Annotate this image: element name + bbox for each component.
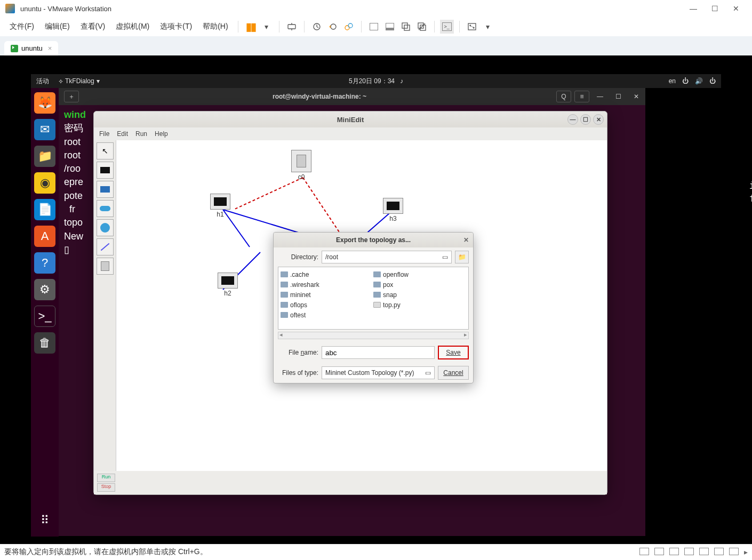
volume-icon[interactable]: 🔊	[695, 77, 703, 85]
cancel-button[interactable]: Cancel	[438, 366, 469, 380]
send-cad-icon[interactable]	[285, 20, 299, 34]
file-item[interactable]: oftest	[281, 310, 373, 320]
terminal-minimize[interactable]: —	[593, 91, 607, 102]
dock-help[interactable]: ?	[34, 252, 55, 274]
console-icon[interactable]: >_	[440, 20, 454, 34]
dropdown-icon-2[interactable]: ▾	[481, 20, 495, 34]
menu-tabs[interactable]: 选项卡(T)	[156, 20, 196, 34]
dock-rhythmbox[interactable]: ◉	[34, 172, 55, 194]
terminal-menu-button[interactable]: ≡	[574, 91, 589, 102]
node-h1[interactable]: h1	[210, 194, 230, 218]
maximize-button[interactable]: ☐	[704, 4, 725, 13]
snapshot-icon[interactable]	[310, 20, 324, 34]
file-list-scrollbar[interactable]	[278, 332, 469, 339]
dock-terminal[interactable]: >_	[34, 306, 55, 327]
tool-link[interactable]	[97, 238, 114, 255]
directory-dropdown[interactable]: /root ▭	[322, 251, 452, 263]
device-net-icon[interactable]	[669, 548, 679, 555]
device-display-icon[interactable]	[729, 548, 739, 555]
dropdown-icon[interactable]: ▾	[260, 20, 274, 34]
lang-indicator[interactable]: en	[669, 77, 676, 85]
device-hdd-icon[interactable]	[639, 548, 649, 555]
chevron-down-icon: ▾	[97, 77, 100, 85]
dock-writer[interactable]: 📄	[34, 199, 55, 220]
tool-select[interactable]: ↖	[97, 142, 114, 159]
me-menu-run[interactable]: Run	[135, 130, 147, 138]
device-usb-icon[interactable]	[684, 548, 694, 555]
filename-input[interactable]	[322, 346, 435, 359]
vm-tab[interactable]: ununtu ×	[4, 41, 58, 55]
file-item[interactable]: oflops	[281, 300, 373, 310]
tool-host[interactable]	[97, 162, 114, 179]
me-menu-edit[interactable]: Edit	[117, 130, 128, 138]
terminal-maximize[interactable]: ☐	[611, 91, 626, 102]
snapshot-revert-icon[interactable]	[326, 20, 340, 34]
clock[interactable]: 5月20日 09：34	[349, 77, 395, 86]
me-menu-help[interactable]: Help	[155, 130, 168, 138]
file-item[interactable]: pox	[373, 279, 466, 290]
miniedit-window: MiniEdit — ☐ ✕ File Edit Run Help ↖	[93, 111, 607, 495]
vm-viewport[interactable]: 活动 ⟡ TkFDialog ▾ 5月20日 09：34 ♪ en ⏻ 🔊 ⏻ …	[0, 55, 752, 544]
terminal-search-button[interactable]: Q	[556, 91, 571, 102]
device-cd-icon[interactable]	[654, 548, 664, 555]
terminal-newtab-button[interactable]: ＋	[64, 91, 79, 102]
file-item[interactable]: snap	[373, 290, 466, 300]
menu-edit[interactable]: 编辑(E)	[41, 20, 74, 34]
file-item[interactable]: openflow	[373, 269, 466, 279]
node-h2[interactable]: h2	[218, 273, 238, 297]
tool-router[interactable]	[97, 219, 114, 236]
file-item[interactable]: mininet	[281, 290, 373, 300]
file-item[interactable]: .cache	[281, 269, 373, 279]
dock-firefox[interactable]: 🦊	[34, 92, 55, 114]
snapshot-manager-icon[interactable]	[342, 20, 356, 34]
node-h3[interactable]: h3	[383, 198, 403, 222]
up-directory-button[interactable]: 📁	[455, 251, 469, 263]
device-printer-icon[interactable]	[714, 548, 724, 555]
app-indicator[interactable]: ⟡ TkFDialog ▾	[59, 77, 100, 85]
dock-software[interactable]: A	[34, 226, 55, 247]
menu-vm[interactable]: 虚拟机(M)	[111, 20, 154, 34]
layout-unity-icon[interactable]	[399, 20, 413, 34]
dialog-close-icon[interactable]: ✕	[463, 236, 469, 244]
tab-close-icon[interactable]: ×	[48, 44, 52, 52]
close-button[interactable]: ✕	[725, 4, 747, 13]
layout-disable-icon[interactable]	[415, 20, 429, 34]
layout-thumb-icon[interactable]	[383, 20, 397, 34]
device-more-icon[interactable]: ▸	[744, 548, 748, 556]
layout-single-icon[interactable]	[367, 20, 381, 34]
stop-button[interactable]: Stop	[97, 483, 115, 492]
terminal-close[interactable]: ✕	[629, 91, 644, 102]
file-item[interactable]: .wireshark	[281, 279, 373, 290]
node-c0[interactable]: c0	[291, 150, 311, 181]
tool-switch-legacy[interactable]	[97, 181, 114, 198]
dock-trash[interactable]: 🗑	[34, 332, 55, 354]
dock-thunderbird[interactable]: ✉	[34, 119, 55, 140]
bell-icon[interactable]: ♪	[400, 77, 403, 85]
pause-icon[interactable]: ▮▮	[244, 20, 258, 34]
me-menu-file[interactable]: File	[99, 130, 109, 138]
dock-settings[interactable]: ⚙	[34, 279, 55, 300]
tool-switch[interactable]	[97, 200, 114, 217]
miniedit-minimize[interactable]: —	[567, 114, 578, 125]
dock-files[interactable]: 📁	[34, 146, 55, 167]
menu-file[interactable]: 文件(F)	[5, 20, 38, 34]
network-icon[interactable]: ⏻	[682, 77, 689, 85]
miniedit-canvas[interactable]: c0 h1 h3 h2 Export the topology	[116, 140, 607, 471]
miniedit-close[interactable]: ✕	[593, 114, 604, 125]
tool-controller[interactable]	[97, 258, 114, 275]
activities-button[interactable]: 活动	[36, 77, 49, 86]
power-icon[interactable]: ⏻	[709, 77, 716, 85]
minimize-button[interactable]: —	[683, 4, 704, 13]
file-item[interactable]: top.py	[373, 300, 466, 310]
save-button[interactable]: Save	[438, 346, 469, 359]
run-button[interactable]: Run	[97, 474, 115, 482]
fullscreen-icon[interactable]	[465, 20, 479, 34]
device-sound-icon[interactable]	[699, 548, 709, 555]
menu-help[interactable]: 帮助(H)	[198, 20, 232, 34]
miniedit-maximize[interactable]: ☐	[580, 114, 591, 125]
menu-view[interactable]: 查看(V)	[76, 20, 110, 34]
filetype-dropdown[interactable]: Mininet Custom Topology (*.py) ▭	[322, 366, 435, 379]
filetype-label: Files of type:	[278, 369, 318, 377]
dock-apps-grid[interactable]: ⠿	[34, 510, 55, 531]
file-list[interactable]: .cache openflow .wireshark pox mininet s…	[278, 267, 469, 330]
